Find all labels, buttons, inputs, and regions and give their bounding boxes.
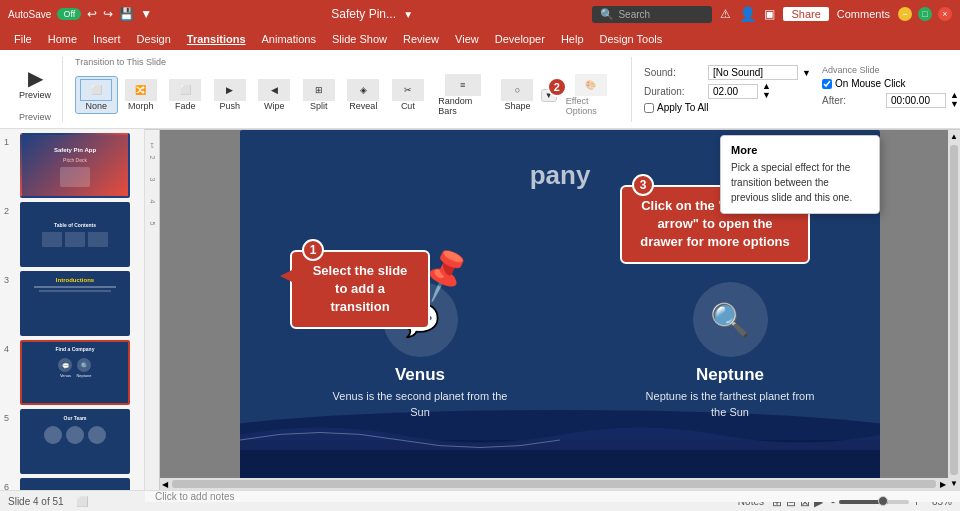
- comments-button[interactable]: Comments: [837, 8, 890, 20]
- vertical-scrollbar[interactable]: ▲ ▼: [948, 130, 960, 490]
- menu-insert[interactable]: Insert: [87, 32, 127, 46]
- slide-thumb-5[interactable]: 5 Our Team: [4, 409, 140, 474]
- canvas-with-ruler: 1 2 3 4 5: [145, 130, 960, 490]
- menu-design[interactable]: Design: [131, 32, 177, 46]
- sound-duration-group: Sound: [No Sound] ▼ Duration: 02.00 ▲▼ A…: [644, 65, 814, 113]
- transition-morph[interactable]: 🔀 Morph: [120, 76, 163, 114]
- after-label: After:: [822, 95, 882, 106]
- neptune-section: 🔍 Neptune Neptune is the farthest planet…: [640, 282, 820, 420]
- menu-view[interactable]: View: [449, 32, 485, 46]
- sound-dropdown-icon[interactable]: ▼: [802, 68, 811, 78]
- title-bar-left: AutoSave Off ↩ ↪ 💾 ▼: [8, 7, 152, 21]
- fade-icon: ⬜: [169, 79, 201, 101]
- duration-input[interactable]: 02.00: [708, 84, 758, 99]
- more-tooltip: More Pick a special effect for the trans…: [720, 135, 880, 214]
- close-button[interactable]: ×: [938, 7, 952, 21]
- slide-2-thumbnail[interactable]: Table of Contents: [20, 202, 130, 267]
- title-dropdown-icon[interactable]: ▼: [403, 9, 413, 20]
- slide-4-thumbnail[interactable]: Find a Company 💬 Venus 🔍 Neptune: [20, 340, 130, 405]
- slide-thumb-2[interactable]: 2 Table of Contents: [4, 202, 140, 267]
- ribbon-content: ▶ Preview Preview Transition to This Sli…: [0, 50, 960, 128]
- scroll-down-icon[interactable]: ▼: [948, 477, 960, 490]
- duration-spin-icon[interactable]: ▲▼: [762, 82, 771, 100]
- transition-split[interactable]: ⊞ Split: [298, 76, 341, 114]
- effect-icon: 🎨: [575, 74, 607, 96]
- customize-icon[interactable]: ▼: [140, 7, 152, 21]
- annotation-1: 1 Select the slide to add a transition: [290, 250, 430, 329]
- transition-wipe[interactable]: ◀ Wipe: [253, 76, 296, 114]
- preview-items: ▶ Preview: [14, 57, 56, 110]
- slide-1-thumbnail[interactable]: Safety Pin App Pitch Deck: [20, 133, 130, 198]
- advance-slide-label: Advance Slide: [822, 65, 960, 75]
- scroll-thumb[interactable]: [950, 145, 958, 475]
- menu-transitions[interactable]: Transitions: [181, 32, 252, 46]
- preview-icon: ▶: [28, 66, 43, 90]
- slide-thumb-1[interactable]: 1 Safety Pin App Pitch Deck: [4, 133, 140, 198]
- share-button[interactable]: Share: [783, 7, 828, 21]
- mouse-click-checkbox[interactable]: [822, 79, 832, 89]
- menu-slideshow[interactable]: Slide Show: [326, 32, 393, 46]
- preview-group-label: Preview: [19, 112, 51, 122]
- scroll-left-icon[interactable]: ◀: [160, 478, 170, 491]
- num3-badge: 3: [632, 174, 654, 196]
- save-icon[interactable]: 💾: [119, 7, 134, 21]
- maximize-button[interactable]: □: [918, 7, 932, 21]
- menu-developer[interactable]: Developer: [489, 32, 551, 46]
- cut-icon: ✂: [392, 79, 424, 101]
- slide-3-thumbnail[interactable]: Introductions: [20, 271, 130, 336]
- menu-help[interactable]: Help: [555, 32, 590, 46]
- more-button-container: ▼ 2: [541, 89, 557, 102]
- effect-options-button[interactable]: 🎨 Effect Options: [559, 71, 623, 119]
- redo-icon[interactable]: ↪: [103, 7, 113, 21]
- menu-home[interactable]: Home: [42, 32, 83, 46]
- transition-group: Transition to This Slide ⬜ None 🔀 Morph …: [67, 57, 632, 122]
- title-bar: AutoSave Off ↩ ↪ 💾 ▼ Safety Pin... ▼ 🔍 S…: [0, 0, 960, 28]
- split-icon: ⊞: [303, 79, 335, 101]
- title-bar-title: Safety Pin... ▼: [152, 7, 592, 21]
- warning-icon: ⚠: [720, 7, 731, 21]
- transition-reveal[interactable]: ◈ Reveal: [342, 76, 385, 114]
- preview-button[interactable]: ▶ Preview: [14, 63, 56, 103]
- menu-review[interactable]: Review: [397, 32, 445, 46]
- morph-icon: 🔀: [125, 79, 157, 101]
- sound-select[interactable]: [No Sound]: [708, 65, 798, 80]
- reveal-icon: ◈: [347, 79, 379, 101]
- neptune-icon-circle: 🔍: [693, 282, 768, 357]
- transition-randombars[interactable]: ≡ Random Bars: [431, 71, 494, 119]
- after-spin-icon[interactable]: ▲▼: [950, 91, 959, 109]
- slide-5-thumbnail[interactable]: Our Team: [20, 409, 130, 474]
- zoom-slider[interactable]: [839, 500, 909, 504]
- scroll-up-icon[interactable]: ▲: [948, 130, 960, 143]
- notes-bar: Click to add notes: [145, 490, 960, 502]
- slide-thumb-4[interactable]: 4 Find a Company 💬 Venus 🔍 Neptune: [4, 340, 140, 405]
- transition-none[interactable]: ⬜ None: [75, 76, 118, 114]
- slide-thumb-6[interactable]: 6: [4, 478, 140, 490]
- notes-add-label[interactable]: Click to add notes: [155, 491, 235, 502]
- horizontal-scrollbar[interactable]: ◀ ▶: [160, 478, 948, 490]
- menu-animations[interactable]: Animations: [256, 32, 322, 46]
- scroll-thumb-h[interactable]: [172, 480, 936, 488]
- search-box[interactable]: 🔍 Search: [592, 6, 712, 23]
- ribbon-group-preview: ▶ Preview Preview: [8, 57, 63, 122]
- transition-fade[interactable]: ⬜ Fade: [164, 76, 207, 114]
- after-row: After: 00:00.00 ▲▼: [822, 91, 960, 109]
- minimize-button[interactable]: −: [898, 7, 912, 21]
- duration-label: Duration:: [644, 86, 704, 97]
- vertical-ruler: 1 2 3 4 5: [145, 130, 160, 490]
- after-input[interactable]: 00:00.00: [886, 93, 946, 108]
- undo-icon[interactable]: ↩: [87, 7, 97, 21]
- scroll-right-icon[interactable]: ▶: [938, 478, 948, 491]
- menu-file[interactable]: File: [8, 32, 38, 46]
- slide-canvas-center: pany 📌 💬 Venus Venus is the second plane…: [160, 130, 960, 490]
- slide-6-thumbnail[interactable]: [20, 478, 130, 490]
- transition-push[interactable]: ▶ Push: [209, 76, 252, 114]
- autosave-toggle[interactable]: Off: [57, 8, 81, 20]
- apply-all-checkbox[interactable]: [644, 103, 654, 113]
- ribbon-icon[interactable]: ▣: [764, 7, 775, 21]
- company-label: pany: [530, 160, 591, 191]
- transition-buttons: ⬜ None 🔀 Morph ⬜ Fade ▶ Push ◀ Wipe: [75, 71, 623, 119]
- transition-cut[interactable]: ✂ Cut: [387, 76, 430, 114]
- menu-designtools[interactable]: Design Tools: [594, 32, 669, 46]
- transition-shape[interactable]: ○ Shape: [496, 76, 539, 114]
- slide-thumb-3[interactable]: 3 Introductions: [4, 271, 140, 336]
